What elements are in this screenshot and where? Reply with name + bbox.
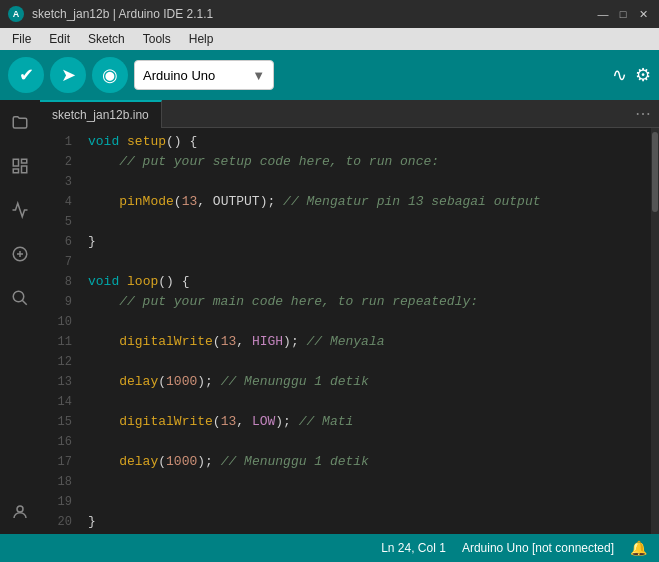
- user-icon[interactable]: [6, 498, 34, 526]
- minimize-button[interactable]: —: [595, 6, 611, 22]
- line-9: 9: [40, 292, 72, 312]
- code-line-8: void loop() {: [88, 272, 643, 292]
- svg-rect-2: [22, 166, 27, 173]
- statusbar: Ln 24, Col 1 Arduino Uno [not connected]…: [0, 534, 659, 562]
- line-20: 20: [40, 512, 72, 532]
- upload-button[interactable]: ➤: [50, 57, 86, 93]
- scrollbar-track[interactable]: [651, 128, 659, 534]
- cursor-position: Ln 24, Col 1: [381, 541, 446, 555]
- line-18: 18: [40, 472, 72, 492]
- line-2: 2: [40, 152, 72, 172]
- scrollbar-thumb[interactable]: [652, 132, 658, 212]
- tab-filename: sketch_jan12b.ino: [52, 108, 149, 122]
- code-line-14: [88, 392, 643, 412]
- line-numbers: 1 2 3 4 5 6 7 8 9 10 11 12 13 14 15 16 1…: [40, 128, 80, 534]
- notification-icon[interactable]: 🔔: [630, 540, 647, 556]
- svg-rect-3: [13, 169, 18, 173]
- svg-point-9: [17, 506, 23, 512]
- code-content[interactable]: void setup() { // put your setup code he…: [80, 128, 651, 534]
- line-12: 12: [40, 352, 72, 372]
- menu-file[interactable]: File: [4, 30, 39, 48]
- board-name: Arduino Uno: [143, 68, 215, 83]
- code-line-13: delay(1000); // Menunggu 1 detik: [88, 372, 643, 392]
- svg-rect-1: [22, 159, 27, 163]
- code-line-11: digitalWrite(13, HIGH); // Menyala: [88, 332, 643, 352]
- board-selector[interactable]: Arduino Uno ▼: [134, 60, 274, 90]
- upload-icon[interactable]: [6, 240, 34, 268]
- code-line-9: // put your main code here, to run repea…: [88, 292, 643, 312]
- line-4: 4: [40, 192, 72, 212]
- settings-icon[interactable]: ⚙: [635, 64, 651, 86]
- line-6: 6: [40, 232, 72, 252]
- line-17: 17: [40, 452, 72, 472]
- line-10: 10: [40, 312, 72, 332]
- tab-more-button[interactable]: ⋯: [627, 104, 659, 123]
- line-16: 16: [40, 432, 72, 452]
- code-line-20: }: [88, 512, 643, 532]
- close-button[interactable]: ✕: [635, 6, 651, 22]
- main-area: sketch_jan12b.ino ⋯ 1 2 3 4 5 6 7 8 9 10…: [0, 100, 659, 534]
- line-21: 21: [40, 532, 72, 534]
- line-15: 15: [40, 412, 72, 432]
- svg-line-8: [22, 300, 27, 305]
- titlebar: A sketch_jan12b | Arduino IDE 2.1.1 — □ …: [0, 0, 659, 28]
- sidebar: [0, 100, 40, 534]
- line-7: 7: [40, 252, 72, 272]
- line-8: 8: [40, 272, 72, 292]
- code-line-15: digitalWrite(13, LOW); // Mati: [88, 412, 643, 432]
- editor-tab[interactable]: sketch_jan12b.ino: [40, 100, 162, 128]
- code-line-10: [88, 312, 643, 332]
- search-icon[interactable]: [6, 284, 34, 312]
- code-line-7: [88, 252, 643, 272]
- line-11: 11: [40, 332, 72, 352]
- editor-area: sketch_jan12b.ino ⋯ 1 2 3 4 5 6 7 8 9 10…: [40, 100, 659, 534]
- folder-icon[interactable]: [6, 108, 34, 136]
- chart-icon[interactable]: [6, 196, 34, 224]
- line-1: 1: [40, 132, 72, 152]
- code-line-17: delay(1000); // Menunggu 1 detik: [88, 452, 643, 472]
- code-line-21: [88, 532, 643, 534]
- svg-rect-0: [13, 159, 18, 166]
- line-13: 13: [40, 372, 72, 392]
- library-icon[interactable]: [6, 152, 34, 180]
- maximize-button[interactable]: □: [615, 6, 631, 22]
- app-icon: A: [8, 6, 24, 22]
- menu-sketch[interactable]: Sketch: [80, 30, 133, 48]
- line-19: 19: [40, 492, 72, 512]
- toolbar-right: ∿ ⚙: [612, 64, 651, 86]
- window-controls: — □ ✕: [595, 6, 651, 22]
- code-editor[interactable]: 1 2 3 4 5 6 7 8 9 10 11 12 13 14 15 16 1…: [40, 128, 659, 534]
- code-line-1: void setup() {: [88, 132, 643, 152]
- code-line-4: pinMode(13, OUTPUT); // Mengatur pin 13 …: [88, 192, 643, 212]
- menu-tools[interactable]: Tools: [135, 30, 179, 48]
- code-line-16: [88, 432, 643, 452]
- menubar: File Edit Sketch Tools Help: [0, 28, 659, 50]
- verify-button[interactable]: ✔: [8, 57, 44, 93]
- code-line-3: [88, 172, 643, 192]
- tab-bar: sketch_jan12b.ino ⋯: [40, 100, 659, 128]
- svg-point-7: [13, 291, 24, 302]
- code-line-5: [88, 212, 643, 232]
- line-3: 3: [40, 172, 72, 192]
- code-line-19: [88, 492, 643, 512]
- toolbar: ✔ ➤ ◉ Arduino Uno ▼ ∿ ⚙: [0, 50, 659, 100]
- code-line-18: [88, 472, 643, 492]
- board-status: Arduino Uno [not connected]: [462, 541, 614, 555]
- menu-edit[interactable]: Edit: [41, 30, 78, 48]
- debug-button[interactable]: ◉: [92, 57, 128, 93]
- code-line-6: }: [88, 232, 643, 252]
- menu-help[interactable]: Help: [181, 30, 222, 48]
- line-14: 14: [40, 392, 72, 412]
- code-line-12: [88, 352, 643, 372]
- line-5: 5: [40, 212, 72, 232]
- code-line-2: // put your setup code here, to run once…: [88, 152, 643, 172]
- window-title: sketch_jan12b | Arduino IDE 2.1.1: [32, 7, 587, 21]
- serial-monitor-icon[interactable]: ∿: [612, 64, 627, 86]
